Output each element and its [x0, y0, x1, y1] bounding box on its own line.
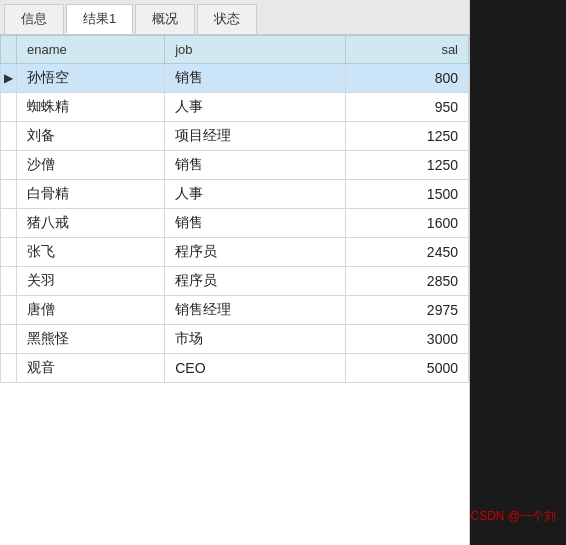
cell-sal: 3000	[346, 325, 469, 354]
tabs-bar: 信息结果1概况状态	[0, 0, 469, 35]
cell-sal: 5000	[346, 354, 469, 383]
tab-状态[interactable]: 状态	[197, 4, 257, 34]
cell-job: 销售经理	[165, 296, 346, 325]
cell-ename: 猪八戒	[17, 209, 165, 238]
row-indicator: ▶	[1, 64, 17, 93]
csdn-watermark: CSDN @一个刘	[470, 508, 556, 525]
cell-sal: 2450	[346, 238, 469, 267]
cell-ename: 唐僧	[17, 296, 165, 325]
row-indicator	[1, 238, 17, 267]
table-container: ename job sal ▶孙悟空销售800蜘蛛精人事950刘备项目经理125…	[0, 35, 469, 545]
table-row[interactable]: 白骨精人事1500	[1, 180, 469, 209]
row-indicator	[1, 209, 17, 238]
cell-ename: 张飞	[17, 238, 165, 267]
table-row[interactable]: 蜘蛛精人事950	[1, 93, 469, 122]
row-indicator	[1, 354, 17, 383]
table-row[interactable]: 唐僧销售经理2975	[1, 296, 469, 325]
row-indicator	[1, 267, 17, 296]
cell-job: 项目经理	[165, 122, 346, 151]
cell-job: 销售	[165, 209, 346, 238]
table-row[interactable]: 沙僧销售1250	[1, 151, 469, 180]
cell-ename: 黑熊怪	[17, 325, 165, 354]
cell-ename: 刘备	[17, 122, 165, 151]
col-header-ename: ename	[17, 36, 165, 64]
tab-结果1[interactable]: 结果1	[66, 4, 133, 34]
cell-job: 人事	[165, 93, 346, 122]
row-indicator	[1, 325, 17, 354]
cell-job: 销售	[165, 151, 346, 180]
cell-sal: 1250	[346, 122, 469, 151]
cell-sal: 1600	[346, 209, 469, 238]
cell-job: 程序员	[165, 267, 346, 296]
main-panel: 信息结果1概况状态 ename job sal ▶孙悟空销售800蜘蛛精人事95…	[0, 0, 470, 545]
tab-概况[interactable]: 概况	[135, 4, 195, 34]
cell-sal: 950	[346, 93, 469, 122]
cell-ename: 孙悟空	[17, 64, 165, 93]
table-row[interactable]: 猪八戒销售1600	[1, 209, 469, 238]
table-row[interactable]: ▶孙悟空销售800	[1, 64, 469, 93]
cell-job: 市场	[165, 325, 346, 354]
cell-sal: 2850	[346, 267, 469, 296]
cell-ename: 观音	[17, 354, 165, 383]
table-row[interactable]: 观音CEO5000	[1, 354, 469, 383]
cell-job: 程序员	[165, 238, 346, 267]
table-body: ▶孙悟空销售800蜘蛛精人事950刘备项目经理1250沙僧销售1250白骨精人事…	[1, 64, 469, 383]
cell-ename: 蜘蛛精	[17, 93, 165, 122]
table-header-row: ename job sal	[1, 36, 469, 64]
row-indicator	[1, 93, 17, 122]
cell-ename: 关羽	[17, 267, 165, 296]
table-row[interactable]: 张飞程序员2450	[1, 238, 469, 267]
row-indicator	[1, 296, 17, 325]
tab-信息[interactable]: 信息	[4, 4, 64, 34]
cell-job: CEO	[165, 354, 346, 383]
cell-sal: 800	[346, 64, 469, 93]
cell-ename: 白骨精	[17, 180, 165, 209]
row-indicator	[1, 122, 17, 151]
cell-job: 人事	[165, 180, 346, 209]
table-row[interactable]: 黑熊怪市场3000	[1, 325, 469, 354]
cell-ename: 沙僧	[17, 151, 165, 180]
cell-job: 销售	[165, 64, 346, 93]
table-row[interactable]: 刘备项目经理1250	[1, 122, 469, 151]
cell-sal: 1250	[346, 151, 469, 180]
row-indicator	[1, 151, 17, 180]
row-indicator	[1, 180, 17, 209]
indicator-header	[1, 36, 17, 64]
results-table: ename job sal ▶孙悟空销售800蜘蛛精人事950刘备项目经理125…	[0, 35, 469, 383]
col-header-job: job	[165, 36, 346, 64]
cell-sal: 2975	[346, 296, 469, 325]
table-row[interactable]: 关羽程序员2850	[1, 267, 469, 296]
right-panel: CSDN @一个刘	[470, 0, 566, 545]
cell-sal: 1500	[346, 180, 469, 209]
col-header-sal: sal	[346, 36, 469, 64]
